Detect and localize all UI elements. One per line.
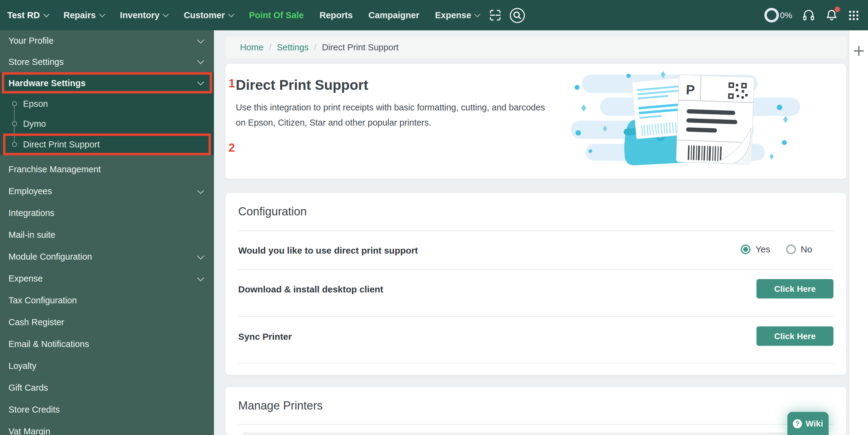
sidebar-item-label: Employees <box>8 186 52 196</box>
menu-item-customer[interactable]: Customer <box>184 10 233 20</box>
breadcrumb-home-link[interactable]: Home <box>240 42 264 52</box>
sidebar-item-label: Gift Cards <box>8 383 48 393</box>
store-switcher[interactable]: Test RD <box>7 10 48 20</box>
configuration-title: Configuration <box>238 205 307 219</box>
menu-item-point-of-sale[interactable]: Point Of Sale <box>249 10 304 20</box>
chevron-down-icon <box>43 11 50 17</box>
sidebar-item-integrations[interactable]: Integrations <box>0 202 214 224</box>
annotation-step-2: 2 <box>228 141 235 155</box>
direct-print-question-label: Would you like to use direct print suppo… <box>238 245 418 255</box>
sidebar-item-label: Cash Register <box>8 317 64 327</box>
sidebar-item-label: Store Settings <box>8 57 64 66</box>
sidebar-item-gift-cards[interactable]: Gift Cards <box>0 377 214 399</box>
hardware-settings-group: Hardware Settings Epson Dymo Direct Prin… <box>0 72 214 155</box>
radio-option-yes[interactable]: Yes <box>741 244 770 254</box>
divider <box>238 424 833 425</box>
sidebar-item-hardware-settings annotation-box-1[interactable]: Hardware Settings <box>2 72 212 93</box>
page-description: Use this integration to print receipts w… <box>236 100 553 130</box>
sidebar-item-vat-margin[interactable]: Vat Margin <box>0 420 214 435</box>
radio-selected-icon <box>741 244 751 254</box>
sidebar-item-label: Your Profile <box>8 36 54 46</box>
breadcrumb-separator: / <box>314 42 316 52</box>
menu-label: Repairs <box>63 10 95 20</box>
headset-icon[interactable] <box>802 8 815 22</box>
sidebar-item-mail-in-suite[interactable]: Mail-in suite <box>0 224 214 246</box>
search-icon[interactable] <box>509 7 526 23</box>
sidebar-item-expense[interactable]: Expense <box>0 267 214 289</box>
chevron-down-icon <box>197 79 204 86</box>
sidebar-item-cash-register[interactable]: Cash Register <box>0 311 214 333</box>
sidebar-item-franchise-management[interactable]: Franchise Management <box>0 158 214 180</box>
sidebar-item-store-settings[interactable]: Store Settings <box>0 51 214 72</box>
barcode-scan-icon[interactable] <box>490 9 502 21</box>
chevron-down-icon <box>197 187 204 194</box>
goal-progress[interactable]: 0% <box>764 8 792 23</box>
chevron-down-icon <box>475 11 481 17</box>
sidebar-item-label: Mail-in suite <box>8 230 56 240</box>
sidebar-item-label: Store Credits <box>8 405 60 414</box>
annotation-step-1: 1 <box>228 77 235 90</box>
configuration-card: Configuration Would you like to use dire… <box>225 193 846 375</box>
wiki-help-button[interactable]: ? Wiki <box>787 412 829 435</box>
manage-printers-title: Manage Printers <box>238 399 323 412</box>
menu-item-repairs[interactable]: Repairs <box>63 10 104 20</box>
sync-printer-label: Sync Printer <box>238 331 292 342</box>
sidebar-item-store-credits[interactable]: Store Credits <box>0 399 214 420</box>
menu-label: Reports <box>319 10 353 20</box>
plus-icon[interactable] <box>854 46 864 56</box>
sidebar-item-label: Tax Configuration <box>8 295 77 305</box>
breadcrumb-current-page: Direct Print Support <box>322 42 399 52</box>
sidebar-item-label: Epson <box>23 98 48 108</box>
menu-item-inventory[interactable]: Inventory <box>120 10 168 20</box>
page-title: Direct Print Support <box>236 77 368 93</box>
menu-item-campaigner[interactable]: Campaigner <box>369 10 420 20</box>
radio-label: No <box>801 244 812 254</box>
notifications-button[interactable] <box>825 8 838 22</box>
sidebar-item-email-notifications[interactable]: Email & Notifications <box>0 333 214 355</box>
divider <box>238 363 833 364</box>
page-header-card: 1 Direct Print Support Use this integrat… <box>225 64 846 179</box>
sidebar-spacer <box>0 155 214 158</box>
breadcrumb-settings-link[interactable]: Settings <box>277 42 309 52</box>
sidebar-item-epson[interactable]: Epson <box>0 93 214 113</box>
notification-badge <box>835 7 840 12</box>
sidebar-item-label: Email & Notifications <box>8 339 89 349</box>
navbar-icon-group <box>490 7 526 23</box>
breadcrumb: Home / Settings / Direct Print Support <box>225 36 846 58</box>
right-side-panel <box>848 30 868 435</box>
sidebar-item-tax-configuration[interactable]: Tax Configuration <box>0 289 214 311</box>
wiki-label: Wiki <box>806 418 823 428</box>
download-client-button[interactable]: Click Here <box>756 279 833 298</box>
menu-label: Campaigner <box>369 10 420 20</box>
divider <box>238 269 833 270</box>
sidebar-item-loyalty[interactable]: Loyalty <box>0 355 214 377</box>
chevron-down-icon <box>99 11 105 17</box>
sidebar-item-employees[interactable]: Employees <box>0 180 214 202</box>
top-navbar: Test RD Repairs Inventory Customer Point… <box>0 0 868 30</box>
direct-print-radio-group: Yes No <box>741 244 812 254</box>
menu-label: Expense <box>435 10 471 20</box>
chevron-down-icon <box>197 252 204 259</box>
printer-illustration: P <box>571 71 806 171</box>
sidebar-item-label: Loyalty <box>8 361 36 371</box>
sidebar-item-label: Dymo <box>23 119 46 128</box>
sync-printer-button[interactable]: Click Here <box>756 326 833 346</box>
sidebar-item-direct-print-support annotation-box-2[interactable]: Direct Print Support <box>3 134 211 155</box>
apps-grid-icon[interactable] <box>848 9 860 21</box>
radio-unselected-icon <box>786 244 796 254</box>
main-menu: Repairs Inventory Customer Point Of Sale… <box>63 10 479 20</box>
download-client-label: Download & install desktop client <box>238 284 383 294</box>
sidebar-item-dymo[interactable]: Dymo <box>0 113 214 134</box>
sidebar-item-label: Module Configuration <box>8 252 92 261</box>
radio-option-no[interactable]: No <box>786 244 812 254</box>
radio-label: Yes <box>755 244 770 254</box>
sidebar-item-label: Integrations <box>8 208 55 218</box>
sidebar-item-your-profile[interactable]: Your Profile <box>0 30 214 51</box>
sidebar-item-label: Vat Margin <box>8 427 50 435</box>
menu-item-expense[interactable]: Expense <box>435 10 479 20</box>
sidebar-item-module-configuration[interactable]: Module Configuration <box>0 246 214 267</box>
divider <box>238 231 833 231</box>
menu-item-reports[interactable]: Reports <box>319 10 353 20</box>
progress-percent: 0% <box>780 10 792 20</box>
main-content: Home / Settings / Direct Print Support 1… <box>214 30 848 435</box>
